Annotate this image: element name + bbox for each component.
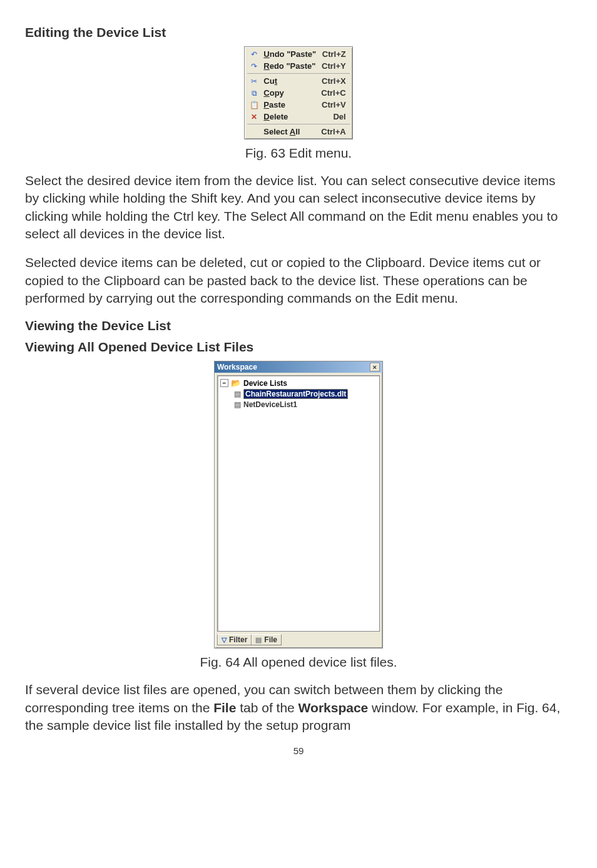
- copy-icon: ⧉: [248, 89, 260, 98]
- menu-separator-1: [247, 73, 349, 74]
- tree-root-device-lists[interactable]: − 📂 Device Lists: [220, 378, 377, 388]
- tree-root-label: Device Lists: [243, 379, 287, 388]
- menu-copy[interactable]: ⧉ Copy Ctrl+C: [246, 87, 350, 99]
- menu-select-all[interactable]: Select All Ctrl+A: [246, 126, 350, 138]
- menu-delete-shortcut: Del: [333, 112, 345, 121]
- tree-collapse-icon[interactable]: −: [220, 379, 228, 387]
- tab-file[interactable]: ▤ File: [251, 634, 282, 645]
- edit-menu: ↶ Undo "Paste" Ctrl+Z ↷ Redo "Paste" Ctr…: [244, 46, 352, 139]
- menu-separator-2: [247, 124, 349, 124]
- menu-select-all-shortcut: Ctrl+A: [321, 127, 345, 136]
- paragraph-1: Select the desired device item from the …: [25, 172, 572, 243]
- menu-undo-shortcut: Ctrl+Z: [322, 49, 346, 59]
- para3-mid: tab of the: [236, 700, 298, 715]
- figure-64-caption: Fig. 64 All opened device list files.: [25, 655, 572, 670]
- menu-cut[interactable]: ✂ Cut Ctrl+X: [246, 75, 350, 87]
- figure-63-caption: Fig. 63 Edit menu.: [25, 146, 572, 161]
- menu-redo[interactable]: ↷ Redo "Paste" Ctrl+Y: [246, 60, 350, 72]
- heading-viewing-all-opened: Viewing All Opened Device List Files: [25, 340, 572, 355]
- undo-icon: ↶: [248, 50, 260, 59]
- filter-icon: ▽: [222, 636, 227, 644]
- menu-delete-label: Delete: [263, 112, 321, 121]
- menu-cut-label: Cut: [263, 76, 321, 86]
- cut-icon: ✂: [248, 77, 260, 86]
- tab-file-label: File: [264, 635, 277, 644]
- paragraph-3: If several device list files are opened,…: [25, 681, 572, 734]
- file-icon: ▤: [255, 636, 262, 644]
- tree-item-netdevicelist1[interactable]: ▤ NetDeviceList1: [234, 400, 377, 409]
- tree-item-label: NetDeviceList1: [243, 400, 297, 409]
- tree-item-chain-restaurant[interactable]: ▤ ChainRestaurantProjects.dlt: [234, 389, 377, 399]
- menu-select-all-label: Select All: [263, 127, 321, 136]
- menu-undo-label: Undo "Paste": [263, 49, 321, 59]
- menu-redo-label: Redo "Paste": [263, 61, 321, 71]
- heading-viewing-device-list: Viewing the Device List: [25, 318, 572, 333]
- paste-icon: 📋: [248, 101, 260, 109]
- figure-63: ↶ Undo "Paste" Ctrl+Z ↷ Redo "Paste" Ctr…: [25, 46, 572, 139]
- menu-copy-shortcut: Ctrl+C: [321, 88, 345, 98]
- delete-icon: ✕: [248, 113, 260, 121]
- workspace-title: Workspace: [217, 363, 370, 371]
- folder-icon: 📂: [231, 378, 241, 388]
- document-icon: ▤: [234, 390, 241, 398]
- tab-filter-label: Filter: [229, 635, 247, 644]
- menu-undo[interactable]: ↶ Undo "Paste" Ctrl+Z: [246, 48, 350, 60]
- menu-copy-label: Copy: [263, 88, 321, 98]
- page-number: 59: [25, 745, 572, 756]
- para3-workspace-bold: Workspace: [298, 700, 369, 715]
- tree-item-selected-label: ChainRestaurantProjects.dlt: [243, 389, 348, 399]
- paragraph-2: Selected device items can be deleted, cu…: [25, 254, 572, 307]
- menu-cut-shortcut: Ctrl+X: [322, 76, 346, 86]
- menu-paste-shortcut: Ctrl+V: [322, 100, 346, 109]
- redo-icon: ↷: [248, 62, 260, 71]
- menu-paste-label: Paste: [263, 100, 321, 109]
- workspace-window: Workspace × − 📂 Device Lists ▤ ChainRest…: [214, 361, 383, 648]
- document-icon: ▤: [234, 400, 241, 409]
- heading-editing-device-list: Editing the Device List: [25, 25, 572, 40]
- figure-64: Workspace × − 📂 Device Lists ▤ ChainRest…: [25, 361, 572, 648]
- menu-delete[interactable]: ✕ Delete Del: [246, 111, 350, 123]
- para3-file-bold: File: [213, 700, 236, 715]
- workspace-tabs: ▽ Filter ▤ File: [215, 634, 382, 648]
- workspace-titlebar: Workspace ×: [215, 361, 382, 373]
- menu-paste[interactable]: 📋 Paste Ctrl+V: [246, 99, 350, 111]
- workspace-tree: − 📂 Device Lists ▤ ChainRestaurantProjec…: [217, 375, 380, 632]
- menu-redo-shortcut: Ctrl+Y: [322, 61, 346, 71]
- close-icon[interactable]: ×: [370, 363, 380, 371]
- tab-filter[interactable]: ▽ Filter: [217, 634, 252, 645]
